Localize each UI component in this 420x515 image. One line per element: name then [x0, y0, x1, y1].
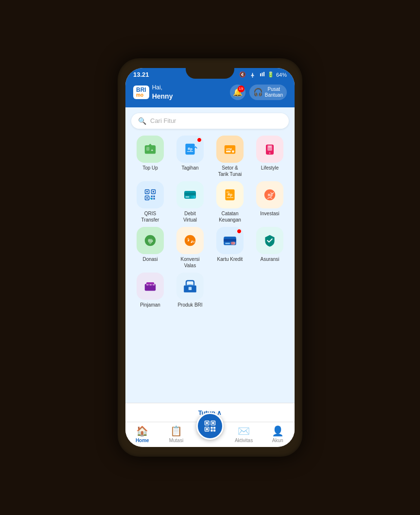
svg-point-49: [231, 241, 234, 244]
aktivitas-icon: ✉️: [238, 425, 250, 437]
pinjaman-icon-wrap: [137, 273, 164, 300]
donasi-icon-wrap: Rp: [137, 227, 164, 254]
investasi-label: Investasi: [260, 210, 279, 217]
svg-rect-24: [146, 197, 148, 199]
svg-rect-47: [225, 243, 230, 244]
menu-item-setor-tarik[interactable]: ATM Setor &Tarik Tunai: [211, 136, 249, 177]
svg-rect-37: [227, 191, 229, 192]
svg-rect-62: [212, 422, 214, 424]
svg-rect-30: [184, 193, 196, 195]
notch: [186, 68, 234, 79]
svg-rect-14: [267, 145, 272, 151]
investasi-icon-wrap: Rp: [256, 181, 283, 208]
svg-rect-4: [146, 147, 149, 151]
tagihan-badge: [197, 137, 202, 142]
menu-item-tagihan[interactable]: Rp Tagihan: [171, 136, 209, 177]
menu-item-top-up[interactable]: + Top Up: [131, 136, 169, 177]
svg-rect-54: [146, 282, 154, 284]
status-icons: 🔇 🔋 64%: [239, 71, 287, 78]
kartu-icon-wrap: [216, 227, 244, 254]
notification-badge: 19: [238, 86, 245, 92]
debit-label: DebitVirtual: [183, 210, 197, 223]
search-placeholder-text: Cari Fitur: [150, 117, 176, 124]
asuransi-label: Asuransi: [261, 256, 280, 262]
svg-rect-25: [151, 195, 153, 197]
bottom-nav: 🏠 Home 📋 Mutasi: [125, 422, 295, 447]
qris-center-button[interactable]: [196, 412, 224, 440]
akun-icon: 👤: [272, 425, 284, 437]
menu-item-donasi[interactable]: Rp Donasi: [131, 227, 169, 269]
svg-rect-69: [213, 429, 215, 431]
logo-mo: mo: [136, 93, 146, 98]
svg-point-12: [232, 150, 234, 153]
svg-rect-59: [206, 422, 208, 424]
menu-item-debit-virtual[interactable]: DebitVirtual: [171, 181, 209, 223]
svg-rect-31: [185, 196, 189, 197]
menu-item-asuransi[interactable]: Asuransi: [251, 227, 289, 269]
logo-box: BRI mo: [133, 86, 149, 99]
lifestyle-label: Lifestyle: [261, 165, 279, 171]
asuransi-icon-wrap: [256, 227, 283, 254]
pinjaman-label: Pinjaman: [140, 302, 160, 308]
svg-text:Rp: Rp: [228, 192, 232, 196]
battery-level: 64%: [276, 72, 287, 78]
nav-home[interactable]: 🏠 Home: [128, 425, 157, 443]
setor-label: Setor &Tarik Tunai: [218, 165, 242, 177]
main-content: 🔍 Cari Fitur + Top Up: [125, 107, 295, 403]
svg-rect-67: [213, 427, 215, 429]
menu-item-kartu-kredit[interactable]: Kartu Kredit: [211, 227, 249, 269]
svg-rect-65: [206, 428, 208, 430]
svg-rect-11: [226, 151, 231, 152]
menu-item-produk-bri[interactable]: Produk BRI: [171, 273, 209, 308]
tagihan-label: Tagihan: [181, 165, 198, 171]
lifestyle-icon-wrap: [256, 136, 283, 163]
svg-rect-21: [153, 191, 154, 192]
menu-item-qris[interactable]: QRISTransfer: [131, 181, 169, 223]
notification-button[interactable]: 🔔 19: [230, 85, 245, 100]
search-icon: 🔍: [138, 117, 146, 125]
menu-item-lifestyle[interactable]: Lifestyle: [251, 136, 289, 177]
qris-label: QRISTransfer: [141, 210, 159, 223]
svg-rect-2: [263, 72, 264, 76]
menu-item-catatan[interactable]: Rp CatatanKeuangan: [211, 181, 249, 223]
produk-label: Produk BRI: [177, 302, 202, 308]
svg-rect-1: [262, 72, 262, 76]
headset-icon: 🎧: [253, 87, 263, 97]
svg-text:+: +: [151, 148, 154, 153]
menu-item-konversi[interactable]: $ Rp KonversiValas: [171, 227, 209, 269]
nav-akun[interactable]: 👤 Akun: [263, 425, 292, 443]
svg-text:ATM: ATM: [226, 147, 232, 150]
kartu-badge: [237, 229, 242, 234]
menu-item-investasi[interactable]: Rp Investasi: [251, 181, 289, 223]
menu-grid: + Top Up Rp: [131, 136, 289, 308]
svg-rect-36: [227, 197, 233, 198]
debit-icon-wrap: [176, 181, 204, 208]
svg-point-33: [191, 195, 194, 198]
mutasi-icon: 📋: [170, 425, 182, 437]
home-label: Home: [136, 438, 149, 443]
nav-mutasi[interactable]: 📋 Mutasi: [161, 425, 191, 443]
aktivitas-label: Aktivitas: [235, 438, 253, 443]
phone-outer: 13.21 🔇 🔋 64% BRI mo Hai, Henny: [118, 58, 302, 457]
username-text: Henny: [152, 92, 173, 101]
header-icons: 🔔 19 🎧 PusatBantuan: [230, 85, 287, 100]
top-up-icon-wrap: +: [137, 136, 164, 163]
greeting-area: Hai, Henny: [152, 84, 173, 101]
qris-icon-wrap: [137, 181, 164, 208]
status-time: 13.21: [133, 71, 149, 78]
menu-item-pinjaman[interactable]: Pinjaman: [131, 273, 169, 308]
nav-aktivitas[interactable]: ✉️ Aktivitas: [229, 425, 259, 443]
header: BRI mo Hai, Henny 🔔 19 🎧 PusatBantuan: [125, 80, 295, 107]
top-up-label: Top Up: [142, 165, 158, 171]
catatan-label: CatatanKeuangan: [219, 210, 241, 223]
search-bar[interactable]: 🔍 Cari Fitur: [131, 113, 289, 129]
svg-rect-46: [224, 239, 236, 242]
svg-rect-18: [146, 191, 148, 192]
pusat-label: PusatBantuan: [265, 86, 283, 98]
donasi-label: Donasi: [142, 256, 158, 262]
pusat-bantuan-button[interactable]: 🎧 PusatBantuan: [249, 85, 287, 100]
svg-rect-56: [189, 287, 192, 290]
konversi-icon-wrap: $ Rp: [176, 227, 204, 254]
setor-icon-wrap: ATM: [216, 136, 244, 163]
tagihan-icon-wrap: Rp: [176, 136, 204, 163]
